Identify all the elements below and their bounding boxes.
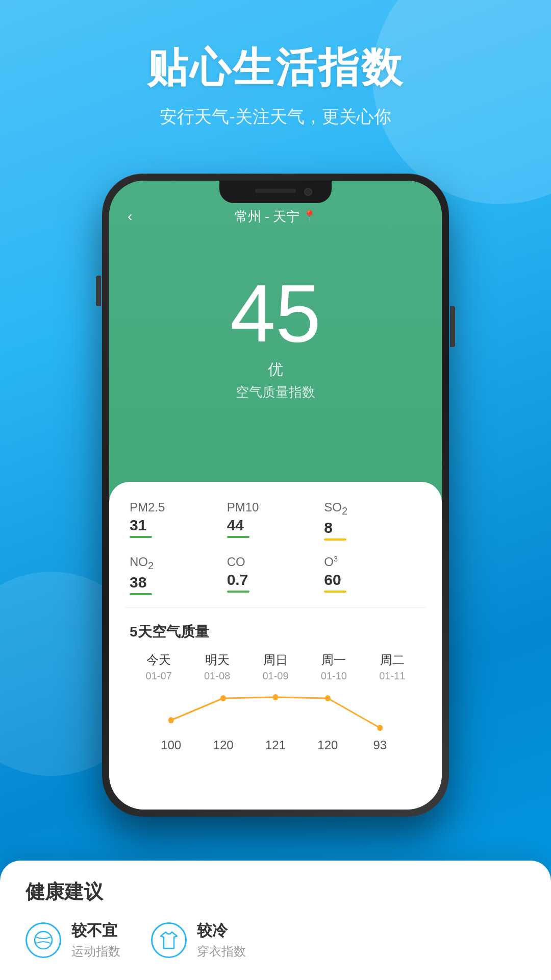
location-pin-icon: 📍 <box>303 210 316 223</box>
tennis-icon-svg <box>33 930 54 950</box>
chart-dot-2 <box>273 694 279 700</box>
phone-mockup: ‹ 常州 - 天宁 📍 45 优 空气质量指数 PM2.5 <box>102 174 449 817</box>
pollutant-o3: O3 60 <box>324 555 421 595</box>
day-col-0: 今天 01-07 <box>130 652 188 682</box>
health-text-clothing: 较冷 穿衣指数 <box>197 920 246 960</box>
pollutant-name-no2: NO2 <box>130 555 227 572</box>
health-title: 健康建议 <box>26 879 525 905</box>
pollutant-bar-o3 <box>324 591 346 593</box>
health-items: 较不宜 运动指数 较冷 穿衣指数 <box>26 920 525 960</box>
pollutant-co: CO 0.7 <box>227 555 324 595</box>
aqi-val-2: 121 <box>249 738 302 752</box>
pollutant-value-co: 0.7 <box>227 571 324 589</box>
pollutant-value-no2: 38 <box>130 574 227 591</box>
day-col-2: 周日 01-09 <box>246 652 305 682</box>
chart-dot-1 <box>220 695 226 701</box>
day-label-2: 周日 <box>246 652 305 668</box>
health-card: 健康建议 较不宜 运动指数 较冷 穿衣 <box>0 861 551 980</box>
pollutant-pm25: PM2.5 31 <box>130 500 227 541</box>
five-day-grid: 今天 01-07 明天 01-08 周日 01-09 周一 <box>130 652 421 682</box>
five-day-title: 5天空气质量 <box>130 622 421 642</box>
pollutant-so2: SO2 8 <box>324 500 421 541</box>
health-sub-clothing: 穿衣指数 <box>197 943 246 960</box>
notch-speaker <box>255 189 296 193</box>
day-date-1: 01-08 <box>188 670 246 682</box>
chart-svg <box>145 687 406 738</box>
health-item-clothing: 较冷 穿衣指数 <box>151 920 246 960</box>
day-date-0: 01-07 <box>130 670 188 682</box>
aqi-val-1: 120 <box>197 738 249 752</box>
day-label-4: 周二 <box>363 652 421 668</box>
pollutant-bar-so2 <box>324 538 346 541</box>
pollutant-value-pm10: 44 <box>227 517 324 534</box>
health-item-exercise: 较不宜 运动指数 <box>26 920 120 960</box>
pollutant-name-co: CO <box>227 555 324 569</box>
phone-screen: ‹ 常州 - 天宁 📍 45 优 空气质量指数 PM2.5 <box>109 181 442 810</box>
pollutant-value-o3: 60 <box>324 571 421 589</box>
day-col-4: 周二 01-11 <box>363 652 421 682</box>
main-title: 贴心生活指数 <box>0 41 551 96</box>
chart-dot-3 <box>325 695 331 701</box>
day-col-1: 明天 01-08 <box>188 652 246 682</box>
pollutant-grid: PM2.5 31 PM10 44 SO2 8 <box>109 482 442 607</box>
pollutant-name-pm10: PM10 <box>227 500 324 514</box>
day-label-0: 今天 <box>130 652 188 668</box>
pollutant-bar-pm25 <box>130 536 152 538</box>
health-text-exercise: 较不宜 运动指数 <box>71 920 120 960</box>
green-header-area: ‹ 常州 - 天宁 📍 45 优 空气质量指数 <box>109 181 442 497</box>
health-name-exercise: 较不宜 <box>71 920 120 941</box>
pollutant-value-pm25: 31 <box>130 517 227 534</box>
white-content-area: PM2.5 31 PM10 44 SO2 8 <box>109 482 442 810</box>
pollutant-name-so2: SO2 <box>324 500 421 517</box>
five-day-section: 5天空气质量 今天 01-07 明天 01-08 周日 01-09 <box>109 608 442 763</box>
aqi-label: 空气质量指数 <box>236 383 315 401</box>
location-display: 常州 - 天宁 📍 <box>235 208 316 226</box>
pollutant-bar-no2 <box>130 593 152 595</box>
phone-outer-frame: ‹ 常州 - 天宁 📍 45 优 空气质量指数 PM2.5 <box>102 174 449 817</box>
pollutant-name-o3: O3 <box>324 555 421 569</box>
pollutant-bar-pm10 <box>227 536 249 538</box>
day-label-3: 周一 <box>305 652 363 668</box>
pollutant-name-pm25: PM2.5 <box>130 500 227 514</box>
header-section: 贴心生活指数 安行天气-关注天气，更关心你 <box>0 41 551 129</box>
phone-notch <box>219 181 332 203</box>
phone-status-bar: ‹ 常州 - 天宁 📍 <box>109 206 442 227</box>
clothing-icon <box>151 922 187 958</box>
pollutant-pm10: PM10 44 <box>227 500 324 541</box>
svg-point-0 <box>35 932 52 949</box>
pollutant-bar-co <box>227 591 249 593</box>
back-button[interactable]: ‹ <box>128 208 132 225</box>
notch-camera <box>304 188 312 196</box>
day-col-3: 周一 01-10 <box>305 652 363 682</box>
sub-title: 安行天气-关注天气，更关心你 <box>0 105 551 129</box>
day-date-3: 01-10 <box>305 670 363 682</box>
pollutant-value-so2: 8 <box>324 519 421 536</box>
aqi-value: 45 <box>230 273 321 354</box>
aqi-values-row: 100 120 121 120 93 <box>130 738 421 752</box>
aqi-quality: 优 <box>268 359 283 380</box>
health-name-clothing: 较冷 <box>197 920 246 941</box>
aqi-val-4: 93 <box>354 738 406 752</box>
pollutant-no2: NO2 38 <box>130 555 227 595</box>
chart-dot-0 <box>168 717 174 723</box>
day-date-4: 01-11 <box>363 670 421 682</box>
exercise-icon <box>26 922 61 958</box>
chart-line <box>171 697 380 728</box>
chart-dot-4 <box>377 725 383 731</box>
location-text: 常州 - 天宁 <box>235 208 299 226</box>
day-date-2: 01-09 <box>246 670 305 682</box>
day-label-1: 明天 <box>188 652 246 668</box>
aqi-line-chart <box>145 687 406 738</box>
health-sub-exercise: 运动指数 <box>71 943 120 960</box>
aqi-val-3: 120 <box>302 738 354 752</box>
shirt-icon-svg <box>159 930 179 950</box>
aqi-val-0: 100 <box>145 738 197 752</box>
